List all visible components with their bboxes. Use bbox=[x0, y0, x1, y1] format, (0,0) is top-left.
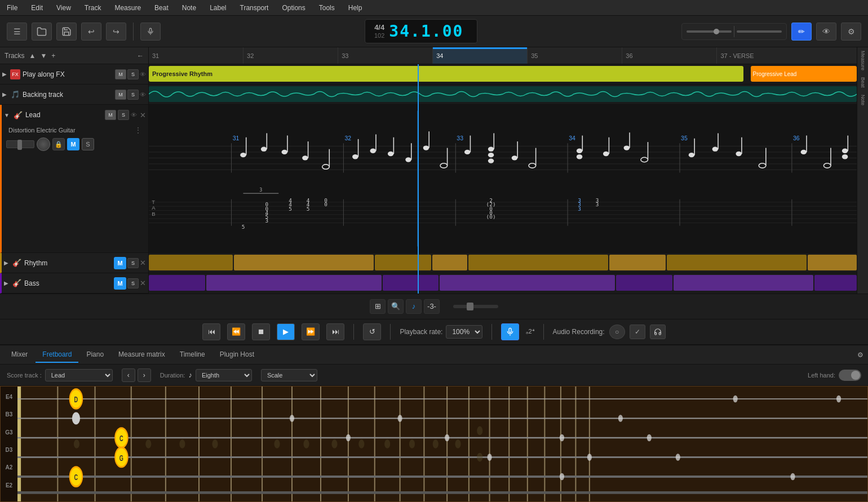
tracks-down-btn[interactable]: ▼ bbox=[40, 52, 47, 60]
save-button[interactable] bbox=[56, 23, 77, 41]
tracks-back-btn[interactable]: ← bbox=[137, 52, 144, 60]
backing-chevron[interactable]: ▶ bbox=[2, 91, 7, 97]
menu-file[interactable]: File bbox=[5, 3, 20, 13]
view-slider[interactable] bbox=[453, 305, 498, 308]
svg-text:C: C bbox=[119, 434, 123, 443]
play-along-mute-btn[interactable]: M bbox=[115, 69, 126, 79]
panel-settings-icon[interactable]: ⚙ bbox=[857, 351, 863, 359]
open-button[interactable] bbox=[32, 23, 52, 41]
tracks-add-btn[interactable]: + bbox=[51, 52, 55, 60]
bass-solo-btn[interactable]: S bbox=[127, 278, 139, 288]
skip-start-btn[interactable]: ⏮ bbox=[202, 323, 220, 340]
rhythm-close-btn[interactable]: ✕ bbox=[140, 259, 146, 267]
grid-tool-btn[interactable]: ⊞ bbox=[370, 299, 386, 314]
menu-edit[interactable]: Edit bbox=[29, 3, 45, 13]
tracks-up-btn[interactable]: ▲ bbox=[29, 52, 36, 60]
lead-eye-icon[interactable]: 👁 bbox=[131, 112, 137, 118]
rhythm-solo-btn[interactable]: S bbox=[127, 258, 139, 268]
lead-solo-btn[interactable]: S bbox=[118, 110, 129, 120]
zoom-tool-btn[interactable]: 🔍 bbox=[388, 299, 404, 314]
svg-point-171 bbox=[587, 454, 592, 461]
svg-text:36: 36 bbox=[793, 135, 800, 141]
svg-text:D: D bbox=[74, 395, 78, 405]
menu-view[interactable]: View bbox=[54, 3, 73, 13]
next-btn[interactable]: › bbox=[138, 368, 151, 382]
hamburger-button[interactable]: ☰ bbox=[7, 23, 27, 41]
tab-piano[interactable]: Piano bbox=[79, 347, 110, 363]
bass-chevron[interactable]: ▶ bbox=[4, 280, 8, 286]
bass-name: Bass bbox=[24, 279, 114, 287]
bass-segments bbox=[149, 275, 857, 291]
ruler-mark-34: 34 bbox=[433, 47, 528, 64]
triplet-tool-btn[interactable]: -3- bbox=[424, 299, 440, 314]
lead-lock-btn[interactable]: 🔒 bbox=[52, 138, 65, 150]
menu-tools[interactable]: Tools bbox=[317, 3, 337, 13]
menu-options[interactable]: Options bbox=[280, 3, 307, 13]
headphone-btn[interactable] bbox=[650, 325, 666, 339]
loop-btn[interactable]: ↺ bbox=[363, 323, 381, 340]
record-btn[interactable]: ○ bbox=[609, 325, 625, 339]
bass-close-btn[interactable]: ✕ bbox=[140, 279, 146, 287]
undo-button[interactable]: ↩ bbox=[81, 23, 101, 41]
lead-m-badge[interactable]: M bbox=[67, 138, 79, 150]
svg-point-57 bbox=[488, 146, 494, 151]
mic-button[interactable] bbox=[140, 23, 161, 41]
stop-btn[interactable]: ⏹ bbox=[252, 323, 270, 340]
settings-button[interactable]: ⚙ bbox=[841, 23, 861, 41]
note-tool-btn[interactable]: ♪ bbox=[406, 299, 422, 314]
track-row-rhythm: ▶ 🎸 Rhythm M S ✕ bbox=[0, 253, 148, 273]
playback-rate-select[interactable]: 100% 75% 50% 125% bbox=[446, 325, 482, 339]
svg-text:T: T bbox=[152, 199, 155, 205]
svg-point-68 bbox=[603, 152, 609, 156]
lead-s-badge[interactable]: S bbox=[82, 138, 94, 150]
left-hand-toggle[interactable] bbox=[839, 370, 861, 381]
score-track-label: Score track : bbox=[7, 372, 42, 379]
bass-mute-btn[interactable]: M bbox=[114, 277, 126, 290]
play-along-solo-btn[interactable]: S bbox=[127, 69, 139, 79]
menu-note[interactable]: Note bbox=[180, 3, 198, 13]
play-along-eye-icon[interactable]: 👁 bbox=[140, 71, 146, 78]
fast-forward-btn[interactable]: ⏩ bbox=[302, 323, 320, 340]
lead-knob[interactable] bbox=[37, 137, 50, 151]
tab-timeline[interactable]: Timeline bbox=[173, 347, 212, 363]
prev-btn[interactable]: ‹ bbox=[122, 368, 135, 382]
redo-button[interactable]: ↪ bbox=[106, 23, 126, 41]
play-along-chevron[interactable]: ▶ bbox=[2, 71, 7, 77]
lead-mute-btn[interactable]: M bbox=[105, 110, 116, 120]
duration-select[interactable]: Eighth Quarter Half Sixteenth bbox=[196, 369, 252, 381]
metronome-btn[interactable] bbox=[501, 323, 519, 340]
lead-fader[interactable] bbox=[6, 140, 34, 148]
duration-group: Duration: ♪ Eighth Quarter Half Sixteent… bbox=[160, 369, 252, 381]
pencil-button[interactable]: ✏ bbox=[791, 23, 812, 41]
string-d3-label: D3 bbox=[1, 447, 17, 453]
lead-close-btn[interactable]: ✕ bbox=[140, 111, 146, 119]
tab-mixer[interactable]: Mixer bbox=[5, 347, 34, 363]
tab-measure-matrix[interactable]: Measure matrix bbox=[112, 347, 172, 363]
backing-solo-btn[interactable]: S bbox=[127, 90, 139, 100]
skip-end-btn[interactable]: ⏭ bbox=[326, 323, 344, 340]
count-in-btn[interactable]: ₐ2⁴ bbox=[526, 328, 534, 335]
menu-beat[interactable]: Beat bbox=[152, 3, 171, 13]
accept-btn[interactable]: ✓ bbox=[630, 325, 645, 339]
menu-label[interactable]: Label bbox=[207, 3, 228, 13]
svg-point-41 bbox=[322, 165, 330, 169]
menu-track[interactable]: Track bbox=[82, 3, 104, 13]
eye-button[interactable]: 👁 bbox=[816, 23, 836, 41]
backing-eye-icon[interactable]: 👁 bbox=[140, 91, 146, 98]
play-btn[interactable]: ▶ bbox=[277, 323, 295, 340]
menu-measure[interactable]: Measure bbox=[112, 3, 143, 13]
svg-point-76 bbox=[712, 146, 718, 151]
tab-fretboard[interactable]: Fretboard bbox=[36, 347, 78, 363]
rewind-btn[interactable]: ⏪ bbox=[227, 323, 245, 340]
rhythm-chevron[interactable]: ▶ bbox=[4, 260, 8, 266]
backing-mute-btn[interactable]: M bbox=[115, 90, 126, 100]
scale-select[interactable]: Scale Pentatonic Blues bbox=[261, 369, 317, 381]
menu-help[interactable]: Help bbox=[346, 3, 365, 13]
lead-more-btn[interactable]: ⋮ bbox=[135, 126, 141, 134]
menu-transport[interactable]: Transport bbox=[238, 3, 271, 13]
tab-plugin-host[interactable]: Plugin Host bbox=[213, 347, 261, 363]
track-row-backing: ▶ 🎵 Backing track M S 👁 bbox=[0, 85, 148, 105]
lead-chevron[interactable]: ▼ bbox=[4, 112, 10, 118]
rhythm-mute-btn[interactable]: M bbox=[114, 257, 126, 269]
score-track-select[interactable]: Lead Rhythm Bass bbox=[45, 369, 113, 381]
